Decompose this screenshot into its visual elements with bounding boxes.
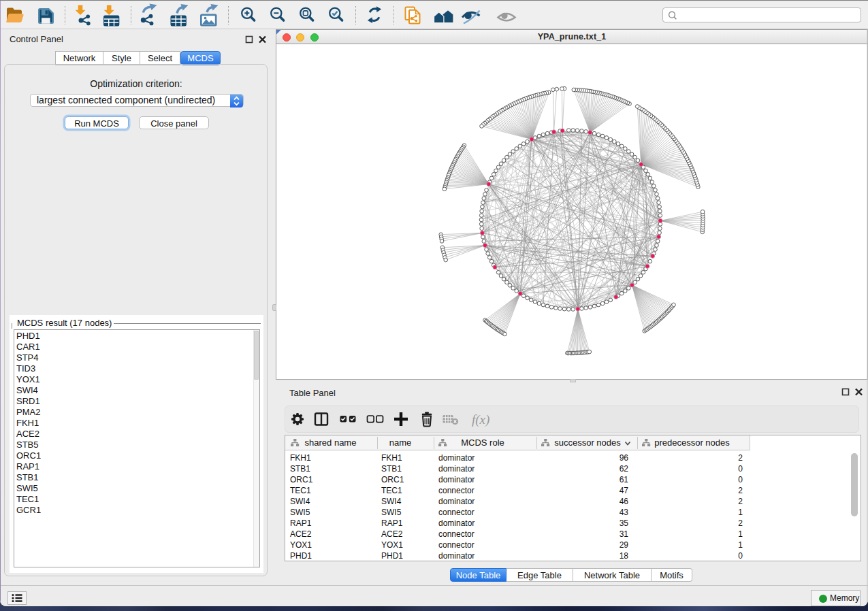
svg-text:f(x): f(x) — [472, 412, 489, 427]
